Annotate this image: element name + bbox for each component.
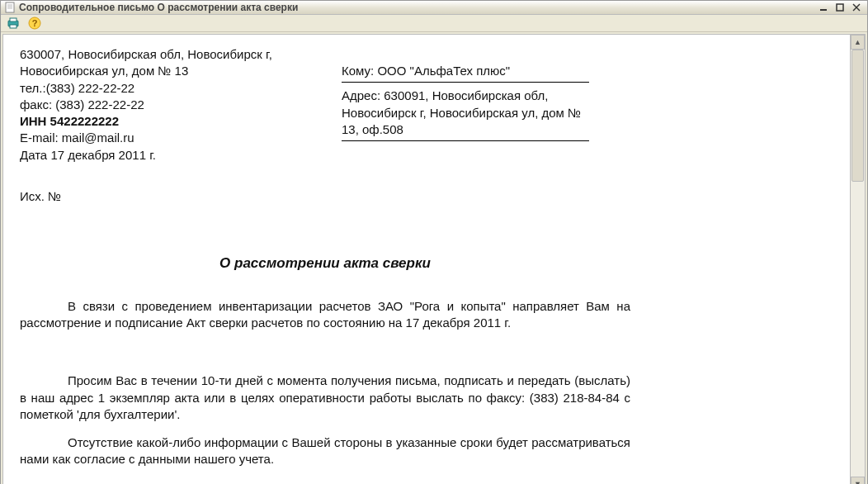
- sender-block: 630007, Новосибирская обл, Новосибирск г…: [20, 46, 309, 205]
- outgoing-number: Исх. №: [20, 188, 309, 205]
- sender-address: 630007, Новосибирская обл, Новосибирск г…: [20, 46, 309, 80]
- sender-phone: тел.:(383) 222-22-22: [20, 80, 309, 97]
- scroll-down-button[interactable]: ▼: [851, 477, 865, 484]
- letter-header: 630007, Новосибирская обл, Новосибирск г…: [20, 46, 630, 205]
- print-button[interactable]: [4, 15, 22, 31]
- paragraph-1: В связи с проведением инвентаризации рас…: [20, 298, 630, 332]
- close-button[interactable]: [849, 1, 864, 14]
- document-title: О рассмотрении акта сверки: [20, 254, 630, 273]
- document-viewport: 630007, Новосибирская обл, Новосибирск г…: [2, 34, 851, 484]
- scroll-up-button[interactable]: ▲: [851, 35, 865, 50]
- help-button[interactable]: ?: [26, 15, 44, 31]
- titlebar: Сопроводительное письмо О рассмотрении а…: [1, 1, 867, 15]
- document-page: 630007, Новосибирская обл, Новосибирск г…: [3, 35, 647, 484]
- minimize-button[interactable]: [816, 1, 831, 14]
- maximize-button[interactable]: [833, 1, 847, 14]
- svg-rect-5: [837, 4, 843, 11]
- sender-email: E-mail: mail@mail.ru: [20, 130, 309, 146]
- window-title: Сопроводительное письмо О рассмотрении а…: [19, 2, 816, 13]
- toolbar: ?: [1, 15, 867, 32]
- scroll-thumb[interactable]: [851, 50, 864, 182]
- sender-date: Дата 17 декабря 2011 г.: [20, 147, 309, 164]
- scroll-track[interactable]: [851, 50, 865, 477]
- svg-rect-10: [10, 25, 17, 28]
- paragraph-3: Отсутствие какой-либо информации с Вашей…: [20, 434, 630, 468]
- paragraph-2: Просим Вас в течении 10-ти дней с момент…: [20, 372, 630, 423]
- app-window: Сопроводительное письмо О рассмотрении а…: [0, 0, 868, 484]
- sender-fax: факс: (383) 222-22-22: [20, 97, 309, 113]
- content-area: 630007, Новосибирская обл, Новосибирск г…: [1, 32, 867, 484]
- svg-rect-9: [10, 18, 17, 21]
- recipient-block: Кому: ООО "АльфаТех плюс" Адрес: 630091,…: [342, 61, 589, 205]
- svg-rect-0: [6, 2, 14, 12]
- window-controls: [816, 1, 864, 14]
- vertical-scrollbar[interactable]: ▲ ▼: [851, 34, 866, 484]
- recipient-address: Адрес: 630091, Новосибирская обл, Новоси…: [342, 86, 589, 141]
- recipient-to: Кому: ООО "АльфаТех плюс": [342, 61, 589, 83]
- svg-text:?: ?: [32, 18, 38, 28]
- document-icon: [4, 2, 16, 13]
- sender-inn: ИНН 5422222222: [20, 113, 309, 130]
